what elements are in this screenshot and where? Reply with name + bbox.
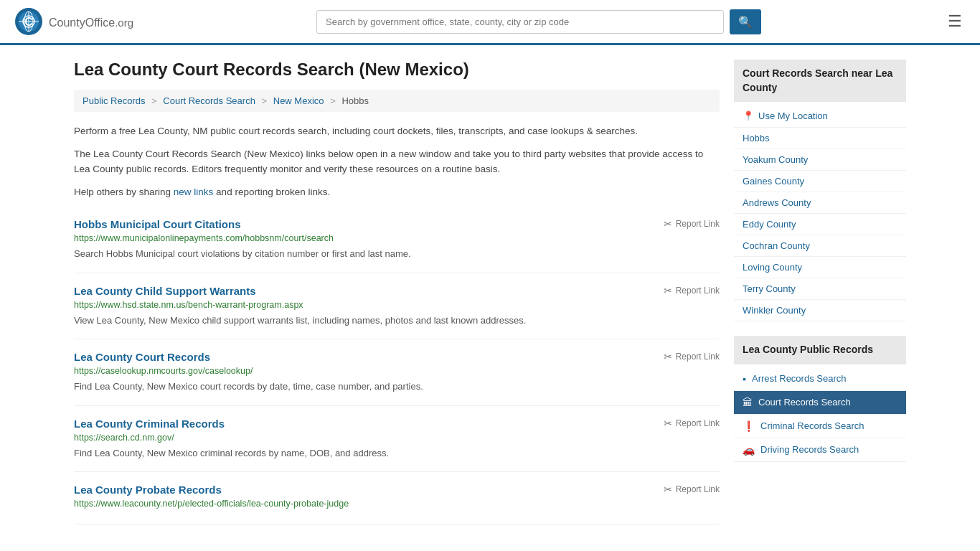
search-button[interactable]: 🔍 — [730, 9, 761, 34]
record-item: Hobbs Municipal Court Citations ✂ Report… — [74, 207, 720, 273]
report-link-button[interactable]: ✂ Report Link — [664, 484, 720, 495]
breadcrumb-new-mexico[interactable]: New Mexico — [273, 95, 324, 106]
nearby-link[interactable]: Hobbs — [734, 128, 906, 149]
nearby-link[interactable]: Terry County — [734, 278, 906, 300]
pub-records-link[interactable]: ▪ Arrest Records Search — [734, 367, 906, 390]
sidebar: Court Records Search near Lea County 📍 U… — [734, 60, 906, 524]
record-desc: View Lea County, New Mexico child suppor… — [74, 314, 720, 328]
breadcrumb-sep1: > — [151, 95, 157, 106]
nearby-list-item: Eddy County — [734, 214, 906, 235]
pub-records-icon: ❗ — [743, 420, 755, 432]
nearby-list-item: Yoakum County — [734, 149, 906, 171]
page-title: Lea County Court Records Search (New Mex… — [74, 60, 720, 80]
record-title[interactable]: Lea County Probate Records — [74, 484, 222, 496]
logo-icon: C — [14, 7, 43, 36]
use-location-button[interactable]: 📍 Use My Location — [734, 105, 906, 128]
pub-records-label: Driving Records Search — [760, 444, 859, 455]
record-title[interactable]: Hobbs Municipal Court Citations — [74, 218, 241, 230]
record-url: https://search.cd.nm.gov/ — [74, 433, 720, 443]
record-header: Hobbs Municipal Court Citations ✂ Report… — [74, 218, 720, 230]
scissors-icon: ✂ — [664, 418, 672, 429]
description-3-pre: Help others by sharing — [74, 187, 174, 197]
report-label: Report Link — [676, 219, 720, 229]
breadcrumb: Public Records > Court Records Search > … — [74, 90, 720, 112]
main-container: Lea County Court Records Search (New Mex… — [60, 45, 920, 539]
nearby-link[interactable]: Cochran County — [734, 235, 906, 257]
nearby-list: HobbsYoakum CountyGaines CountyAndrews C… — [734, 128, 906, 321]
pub-records-list-item: ▪ Arrest Records Search — [734, 367, 906, 391]
description-3-post: and reporting broken links. — [213, 187, 330, 197]
record-url: https://www.hsd.state.nm.us/bench-warran… — [74, 300, 720, 310]
public-records-title: Lea County Public Records — [734, 336, 906, 364]
nearby-link[interactable]: Yoakum County — [734, 149, 906, 171]
menu-button[interactable]: ☰ — [944, 9, 966, 34]
nearby-link[interactable]: Loving County — [734, 257, 906, 278]
report-label: Report Link — [676, 286, 720, 296]
nearby-list-item: Cochran County — [734, 235, 906, 257]
description-3: Help others by sharing new links and rep… — [74, 184, 720, 200]
report-link-button[interactable]: ✂ Report Link — [664, 218, 720, 230]
nearby-link[interactable]: Eddy County — [734, 214, 906, 235]
record-header: Lea County Court Records ✂ Report Link — [74, 351, 720, 363]
record-url: https://caselookup.nmcourts.gov/caselook… — [74, 366, 720, 376]
breadcrumb-lea-county: Hobbs — [341, 95, 369, 106]
public-records-list: ▪ Arrest Records Search 🏛 Court Records … — [734, 367, 906, 462]
report-label: Report Link — [676, 352, 720, 362]
nearby-section: Court Records Search near Lea County 📍 U… — [734, 60, 906, 321]
new-links-link[interactable]: new links — [174, 187, 214, 197]
nearby-list-item: Loving County — [734, 257, 906, 278]
pub-records-icon: 🚗 — [743, 444, 755, 456]
report-link-button[interactable]: ✂ Report Link — [664, 285, 720, 296]
pub-records-icon: 🏛 — [743, 397, 753, 408]
record-title[interactable]: Lea County Court Records — [74, 351, 210, 363]
record-item: Lea County Criminal Records ✂ Report Lin… — [74, 406, 720, 473]
pub-records-list-item: ❗ Criminal Records Search — [734, 415, 906, 438]
pub-records-list-item: 🚗 Driving Records Search — [734, 438, 906, 462]
content-area: Lea County Court Records Search (New Mex… — [74, 60, 720, 524]
nearby-list-item: Andrews County — [734, 192, 906, 214]
scissors-icon: ✂ — [664, 351, 672, 362]
report-link-button[interactable]: ✂ Report Link — [664, 351, 720, 362]
records-container: Hobbs Municipal Court Citations ✂ Report… — [74, 207, 720, 524]
record-title[interactable]: Lea County Criminal Records — [74, 418, 225, 430]
record-title[interactable]: Lea County Child Support Warrants — [74, 285, 256, 297]
description-2: The Lea County Court Records Search (New… — [74, 146, 720, 177]
nearby-list-item: Hobbs — [734, 128, 906, 149]
record-url: https://www.municipalonlinepayments.com/… — [74, 233, 720, 243]
nearby-link[interactable]: Winkler County — [734, 300, 906, 321]
pub-records-link[interactable]: ❗ Criminal Records Search — [734, 415, 906, 438]
record-desc: Find Lea County, New Mexico court record… — [74, 380, 720, 394]
pin-icon: 📍 — [743, 110, 754, 121]
report-label: Report Link — [676, 418, 720, 428]
site-header: C CountyOffice.org 🔍 ☰ — [0, 0, 980, 45]
description-1: Perform a free Lea County, NM public cou… — [74, 123, 720, 139]
report-link-button[interactable]: ✂ Report Link — [664, 418, 720, 429]
breadcrumb-public-records[interactable]: Public Records — [83, 95, 145, 106]
breadcrumb-sep2: > — [262, 95, 268, 106]
nearby-list-item: Terry County — [734, 278, 906, 300]
search-area: 🔍 — [316, 9, 761, 34]
record-url: https://www.leacounty.net/p/elected-offi… — [74, 499, 720, 509]
record-item: Lea County Probate Records ✂ Report Link… — [74, 472, 720, 524]
scissors-icon: ✂ — [664, 285, 672, 296]
record-header: Lea County Criminal Records ✂ Report Lin… — [74, 418, 720, 430]
search-input[interactable] — [316, 10, 724, 34]
breadcrumb-sep3: > — [330, 95, 336, 106]
pub-records-list-item: 🏛 Court Records Search — [734, 391, 906, 415]
pub-records-label: Criminal Records Search — [760, 420, 864, 431]
record-desc: Find Lea County, New Mexico criminal rec… — [74, 446, 720, 461]
record-desc: Search Hobbs Municipal court violations … — [74, 247, 720, 261]
nearby-link[interactable]: Gaines County — [734, 171, 906, 192]
scissors-icon: ✂ — [664, 218, 672, 230]
nearby-list-item: Winkler County — [734, 300, 906, 321]
logo-text: CountyOffice.org — [49, 14, 133, 30]
pub-records-link[interactable]: 🚗 Driving Records Search — [734, 438, 906, 461]
breadcrumb-court-records[interactable]: Court Records Search — [163, 95, 255, 106]
scissors-icon: ✂ — [664, 484, 672, 495]
use-location-label: Use My Location — [758, 110, 828, 121]
record-item: Lea County Court Records ✂ Report Link h… — [74, 339, 720, 406]
pub-records-link[interactable]: 🏛 Court Records Search — [734, 391, 906, 414]
nearby-link[interactable]: Andrews County — [734, 192, 906, 214]
pub-records-label: Court Records Search — [758, 397, 851, 408]
pub-records-label: Arrest Records Search — [752, 373, 847, 384]
